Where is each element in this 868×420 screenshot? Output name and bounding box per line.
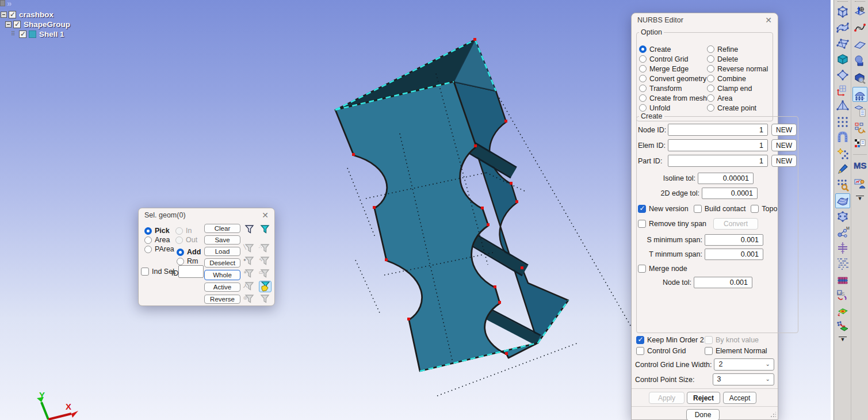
s-min-field[interactable] bbox=[705, 234, 763, 246]
topo-checkbox[interactable]: Topo bbox=[751, 205, 777, 213]
nurbs-patch-icon[interactable] bbox=[835, 20, 850, 35]
tree-item-label[interactable]: Shell 1 bbox=[39, 30, 64, 39]
id-input[interactable] bbox=[178, 265, 204, 278]
tree-checkbox[interactable] bbox=[19, 30, 26, 38]
point-size-select[interactable]: 3⌄ bbox=[713, 373, 774, 385]
load-button[interactable]: Load bbox=[204, 247, 240, 256]
solid-box-icon[interactable] bbox=[835, 51, 850, 66]
scatter-export-icon[interactable] bbox=[835, 319, 850, 334]
close-icon[interactable]: ✕ bbox=[765, 16, 772, 25]
whole-button[interactable]: Whole bbox=[204, 270, 240, 280]
funnel-tripod-icon[interactable]: 人 bbox=[243, 281, 256, 292]
node-tol-field[interactable] bbox=[694, 277, 752, 288]
node-id-new-button[interactable]: NEW bbox=[771, 124, 797, 136]
radio-area[interactable]: Area bbox=[144, 236, 170, 244]
funnel-target-icon[interactable]: ◎ bbox=[243, 293, 256, 305]
option-radio-create-point[interactable]: Create point bbox=[707, 104, 756, 112]
option-radio-create-from-mesh[interactable]: Create from mesh bbox=[639, 94, 707, 102]
plane-icon[interactable] bbox=[852, 37, 867, 52]
primitives-icon[interactable] bbox=[852, 54, 867, 68]
toolbar-grip[interactable] bbox=[855, 1, 865, 3]
morph-ms-icon[interactable]: MS bbox=[835, 288, 850, 303]
checker-icon[interactable] bbox=[852, 136, 867, 151]
tree-checkbox[interactable] bbox=[9, 11, 16, 18]
tree-item-label[interactable]: crashbox bbox=[19, 10, 53, 19]
expand-more-icon[interactable]: ▼ bbox=[856, 196, 864, 201]
tree-checkbox[interactable] bbox=[13, 21, 21, 28]
option-radio-refine[interactable]: Refine bbox=[707, 45, 738, 54]
point-cloud-icon[interactable] bbox=[835, 256, 850, 271]
done-button[interactable]: Done bbox=[686, 409, 720, 420]
option-radio-reverse-normal[interactable]: Reverse normal bbox=[707, 65, 768, 73]
mesh-table-icon[interactable] bbox=[852, 104, 867, 119]
elem-id-field[interactable] bbox=[668, 139, 768, 151]
radio-parea[interactable]: PArea bbox=[144, 245, 174, 253]
elem-id-new-button[interactable]: NEW bbox=[771, 139, 797, 151]
funnel-rect-icon[interactable]: ▭ bbox=[259, 268, 272, 280]
edit-curve-icon[interactable] bbox=[852, 21, 867, 36]
move-normal-icon[interactable] bbox=[852, 4, 867, 19]
clear-button[interactable]: Clear bbox=[204, 224, 240, 233]
points-wrench-icon[interactable] bbox=[852, 120, 867, 135]
active-button[interactable]: Active bbox=[204, 282, 240, 292]
new-version-checkbox[interactable]: New version bbox=[638, 205, 689, 213]
option-radio-merge-edge[interactable]: Merge Edge bbox=[639, 65, 707, 73]
inspect-cube-icon[interactable] bbox=[852, 70, 867, 85]
tetra-icon[interactable] bbox=[835, 98, 850, 113]
tree-item-shell1[interactable]: ⠿ Shell 1 bbox=[11, 30, 64, 38]
user-report-icon[interactable] bbox=[852, 175, 867, 190]
resize-grip[interactable] bbox=[770, 412, 776, 418]
keep-min-order-checkbox[interactable]: Keep Min Order 2 bbox=[636, 336, 704, 344]
radio-add[interactable]: Add bbox=[177, 248, 201, 256]
funnel-hand-active-icon[interactable] bbox=[259, 281, 272, 292]
grid-wrench-icon[interactable] bbox=[835, 177, 850, 192]
panel-grip-icon[interactable] bbox=[0, 0, 5, 6]
grid-line-width-select[interactable]: 2⌄ bbox=[714, 358, 774, 371]
tree-expander-icon[interactable] bbox=[1, 12, 7, 18]
option-radio-create[interactable]: Create bbox=[639, 45, 707, 54]
option-radio-delete[interactable]: Delete bbox=[707, 55, 738, 63]
funnel-dots-icon[interactable]: ∴ bbox=[259, 243, 272, 254]
option-radio-combine[interactable]: Combine bbox=[707, 75, 746, 83]
pencil-icon[interactable] bbox=[835, 162, 850, 177]
control-grid-checkbox[interactable]: Control Grid bbox=[636, 347, 686, 355]
color-swatch[interactable] bbox=[29, 30, 36, 38]
select-funnel-teal-icon[interactable] bbox=[259, 224, 272, 235]
funnel-star-icon[interactable]: ✳ bbox=[243, 268, 256, 280]
funnel-blob-icon[interactable]: ● bbox=[243, 255, 256, 267]
radio-pick[interactable]: Pick bbox=[144, 227, 170, 235]
quad-points-icon[interactable] bbox=[835, 67, 850, 82]
contour-plate-icon[interactable] bbox=[835, 304, 850, 319]
tree-expander-icon[interactable] bbox=[5, 21, 12, 28]
element-normal-checkbox[interactable]: Element Normal bbox=[705, 347, 767, 355]
funnel-ray-icon[interactable]: ╲ bbox=[243, 243, 256, 254]
toolbar-grip[interactable] bbox=[838, 1, 848, 3]
part-id-new-button[interactable]: NEW bbox=[771, 155, 797, 167]
close-icon[interactable]: ✕ bbox=[262, 211, 269, 220]
sel-geom-titlebar[interactable]: Sel. geom(0) ✕ bbox=[139, 208, 274, 222]
part-id-field[interactable] bbox=[668, 155, 768, 167]
wireframe-cube-icon[interactable] bbox=[835, 4, 850, 19]
star-points-icon[interactable] bbox=[835, 146, 850, 161]
molecule-icon[interactable]: M bbox=[835, 225, 850, 240]
node-id-field[interactable] bbox=[668, 124, 768, 136]
tree-item-crashbox[interactable]: crashbox bbox=[1, 10, 53, 18]
select-funnel-dark-icon[interactable] bbox=[243, 224, 256, 235]
tree-item-shapegroup[interactable]: ShapeGroup bbox=[5, 20, 70, 28]
t-min-field[interactable] bbox=[705, 249, 763, 260]
ms-logo-icon[interactable]: MS bbox=[852, 158, 867, 173]
radio-rm[interactable]: Rm bbox=[177, 257, 198, 265]
isoline-tol-field[interactable] bbox=[698, 173, 754, 184]
save-button[interactable]: Save bbox=[204, 235, 240, 245]
option-radio-clamp-end[interactable]: Clamp end bbox=[707, 85, 752, 93]
nurbs-titlebar[interactable]: NURBS Editor ✕ bbox=[632, 13, 778, 27]
tree-item-label[interactable]: ShapeGroup bbox=[24, 20, 70, 29]
mesh-shell-icon[interactable] bbox=[835, 36, 850, 51]
option-radio-area[interactable]: Area bbox=[707, 94, 732, 102]
funnel-curve-icon[interactable]: ∿ bbox=[259, 255, 272, 267]
section-plane-icon[interactable] bbox=[835, 240, 850, 255]
layered-mesh-icon[interactable] bbox=[835, 272, 850, 287]
build-contact-checkbox[interactable]: Build contact bbox=[694, 205, 746, 213]
reverse-button[interactable]: Reverse bbox=[204, 295, 240, 304]
option-radio-convert-geometry[interactable]: Convert geometry bbox=[639, 75, 707, 83]
